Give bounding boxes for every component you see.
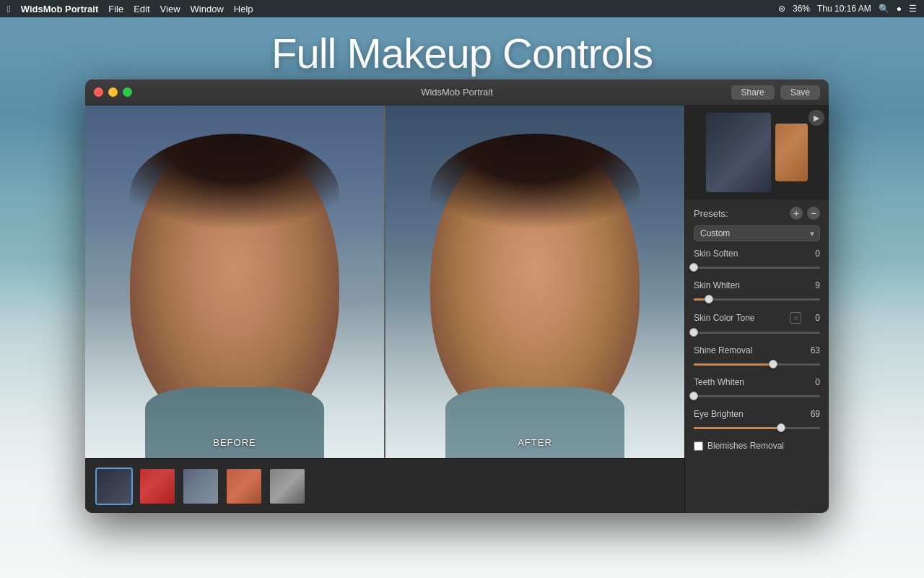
menu-icon[interactable]: ☰ — [909, 4, 917, 14]
thumbnail-1[interactable] — [95, 467, 133, 505]
color-tone-icon[interactable]: ◾ — [790, 312, 801, 324]
after-image — [385, 105, 684, 458]
after-label: AFTER — [518, 437, 552, 448]
image-area: BEFORE AFTER — [85, 105, 684, 513]
skin-soften-header: Skin Soften 0 — [694, 249, 820, 259]
teeth-whiten-value: 0 — [806, 377, 820, 387]
skin-whiten-header: Skin Whiten 9 — [694, 280, 820, 290]
thumbnail-strip — [85, 458, 684, 513]
shine-removal-value: 63 — [806, 345, 820, 355]
controls-area: Presets: + − Custom Natural Glamour Soft… — [685, 199, 829, 513]
preview-area: ▶ — [685, 105, 829, 199]
shine-removal-label: Shine Removal — [694, 345, 752, 355]
after-panel: AFTER — [385, 105, 684, 458]
skin-color-tone-value: 0 — [806, 313, 820, 323]
preset-remove-button[interactable]: − — [807, 207, 820, 220]
window-controls — [94, 87, 132, 97]
title-bar-actions: Share Save — [731, 85, 820, 100]
eye-brighten-value: 69 — [806, 409, 820, 419]
shine-removal-control: Shine Removal 63 — [694, 345, 820, 370]
preview-main-thumb[interactable] — [706, 113, 771, 192]
blemishes-label: Blemishes Removal — [707, 441, 784, 451]
blemishes-checkbox[interactable] — [694, 441, 703, 451]
wifi-icon: ⊜ — [778, 4, 785, 14]
skin-color-tone-header: Skin Color Tone ◾ 0 — [694, 312, 820, 324]
save-button[interactable]: Save — [780, 85, 820, 100]
before-panel: BEFORE — [85, 105, 384, 458]
presets-label: Presets: — [694, 208, 790, 219]
preset-add-button[interactable]: + — [790, 207, 803, 220]
shine-removal-header: Shine Removal 63 — [694, 345, 820, 355]
skin-soften-slider[interactable] — [694, 262, 820, 273]
skin-soften-control: Skin Soften 0 — [694, 249, 820, 273]
skin-whiten-label: Skin Whiten — [694, 280, 740, 290]
before-after-panels: BEFORE AFTER — [85, 105, 684, 458]
teeth-whiten-label: Teeth Whiten — [694, 377, 744, 387]
app-window: WidsMob Portrait Share Save BEFO — [85, 79, 829, 513]
menu-view[interactable]: View — [160, 4, 180, 14]
title-bar: WidsMob Portrait Share Save — [85, 79, 829, 105]
skin-color-tone-control: Skin Color Tone ◾ 0 — [694, 312, 820, 338]
skin-whiten-slider[interactable] — [694, 293, 820, 305]
skin-whiten-control: Skin Whiten 9 — [694, 280, 820, 305]
eye-brighten-label: Eye Brighten — [694, 409, 744, 419]
thumbnail-4[interactable] — [225, 467, 263, 505]
teeth-whiten-control: Teeth Whiten 0 — [694, 377, 820, 402]
close-button[interactable] — [94, 87, 103, 97]
battery-icon: 36% — [793, 4, 810, 14]
preview-overlay-icon: ▶ — [808, 110, 824, 126]
blemishes-removal-row: Blemishes Removal — [694, 441, 820, 451]
user-icon[interactable]: ● — [897, 4, 902, 14]
app-menu-name[interactable]: WidsMob Portrait — [21, 4, 99, 14]
right-panel: ▶ Presets: + − — [684, 105, 829, 513]
shine-removal-slider[interactable] — [694, 358, 820, 370]
menu-help[interactable]: Help — [234, 4, 253, 14]
eye-brighten-slider[interactable] — [694, 422, 820, 434]
before-image — [85, 105, 384, 458]
apple-menu[interactable]:  — [7, 4, 11, 14]
menu-bar:  WidsMob Portrait File Edit View Window… — [0, 0, 924, 17]
clock: Thu 10:16 AM — [817, 4, 871, 14]
thumbnail-2[interactable] — [139, 467, 176, 505]
eye-brighten-control: Eye Brighten 69 — [694, 409, 820, 434]
menu-window[interactable]: Window — [191, 4, 224, 14]
preset-select[interactable]: Custom Natural Glamour Soft Vivid — [694, 225, 820, 241]
preview-side-thumb[interactable] — [775, 124, 808, 181]
thumbnail-3[interactable] — [182, 467, 219, 505]
thumbnail-5[interactable] — [269, 467, 306, 505]
maximize-button[interactable] — [123, 87, 132, 97]
menu-file[interactable]: File — [108, 4, 123, 14]
search-icon[interactable]: 🔍 — [879, 4, 889, 14]
teeth-whiten-slider[interactable] — [694, 390, 820, 402]
preset-select-wrapper: Custom Natural Glamour Soft Vivid ▼ — [694, 225, 820, 241]
skin-color-tone-label: Skin Color Tone — [694, 313, 755, 323]
share-button[interactable]: Share — [731, 85, 775, 100]
page-heading: Full Makeup Controls — [0, 29, 924, 77]
presets-actions: + − — [790, 207, 820, 220]
skin-soften-value: 0 — [806, 249, 820, 259]
window-title: WidsMob Portrait — [421, 87, 493, 98]
presets-row: Presets: + − — [694, 207, 820, 220]
skin-soften-label: Skin Soften — [694, 249, 738, 259]
menu-bar-right: ⊜ 36% Thu 10:16 AM 🔍 ● ☰ — [778, 4, 924, 14]
skin-color-tone-slider[interactable] — [694, 327, 820, 338]
teeth-whiten-header: Teeth Whiten 0 — [694, 377, 820, 387]
skin-whiten-value: 9 — [806, 280, 820, 290]
menu-bar-left:  WidsMob Portrait File Edit View Window… — [0, 4, 253, 14]
app-content: BEFORE AFTER — [85, 105, 829, 513]
menu-edit[interactable]: Edit — [134, 4, 149, 14]
before-label: BEFORE — [213, 437, 256, 448]
eye-brighten-header: Eye Brighten 69 — [694, 409, 820, 419]
minimize-button[interactable] — [108, 87, 118, 97]
